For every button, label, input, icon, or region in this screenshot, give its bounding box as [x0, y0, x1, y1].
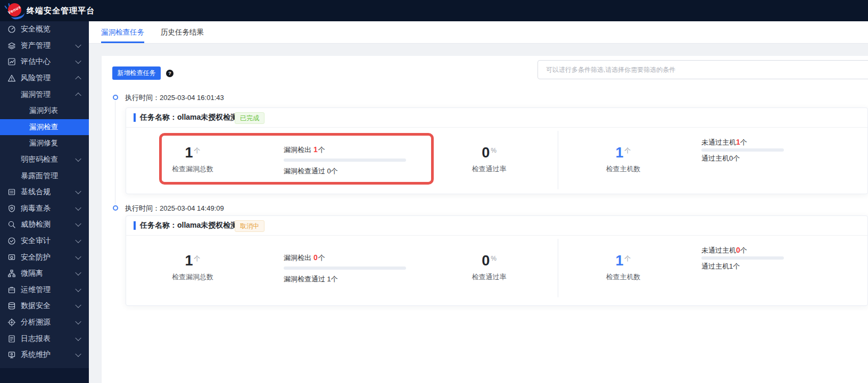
app-title: 终端安全管理平台 [27, 0, 95, 21]
chevron-down-icon [75, 205, 81, 211]
timeline-connector [115, 101, 115, 204]
sidebar-item-asset-mgmt[interactable]: 资产管理 [0, 38, 89, 54]
layers-icon [7, 41, 16, 50]
stat-vuln-total: 1个 检查漏洞总数 [158, 216, 227, 305]
crosshair-icon [7, 318, 16, 327]
sidebar-item-vuln-check[interactable]: 漏洞检查 [0, 119, 89, 136]
chevron-down-icon [75, 156, 81, 162]
tab-bar: 漏洞检查任务 历史任务结果 [89, 21, 868, 44]
sidebar-item-threat-detect[interactable]: 威胁检测 [0, 217, 89, 233]
exec-time-label: 执行时间：2025-03-04 14:49:09 [125, 204, 224, 213]
sidebar-item-assess-center[interactable]: 评估中心 [0, 54, 89, 70]
sidebar-item-system-maintenance[interactable]: 系统维护 [0, 347, 89, 363]
chevron-up-icon [75, 93, 81, 98]
report-icon [7, 335, 16, 343]
database-icon [7, 302, 16, 310]
progress-bar [701, 148, 784, 152]
sidebar-item-data-security[interactable]: 数据安全 [0, 298, 89, 314]
sidebar-item-vuln-list[interactable]: 漏洞列表 [0, 103, 89, 119]
stat-host-count: 1个 检查主机数 [586, 216, 660, 305]
vertical-divider [558, 131, 558, 189]
title-accent-bar [134, 221, 136, 230]
sidebar-item-virus-scan[interactable]: 病毒查杀 [0, 201, 89, 217]
chevron-down-icon [75, 58, 81, 64]
annotation-highlight-box [159, 133, 434, 185]
exec-time-label: 执行时间：2025-03-04 16:01:43 [125, 93, 224, 103]
chart-icon [7, 57, 16, 66]
task-card: 任务名称：ollama未授权检测 取消中 1个 检查漏洞总数 漏洞检出0个 漏洞… [126, 215, 868, 306]
timeline-dot [113, 95, 118, 100]
header-bar: Venus 终端安全管理平台 [0, 0, 868, 21]
sidebar-item-micro-segmentation[interactable]: 微隔离 [0, 265, 89, 282]
stat-pass-rate: 0% 检查通过率 [452, 108, 526, 194]
sidebar-item-log-report[interactable]: 日志报表 [0, 330, 89, 347]
stat-host-count: 1个 检查主机数 [586, 108, 660, 194]
sidebar-item-vuln-fix[interactable]: 漏洞修复 [0, 135, 89, 152]
sidebar-item-analysis-trace[interactable]: 分析溯源 [0, 314, 89, 331]
sidebar: 安全概览 资产管理 评估中心 风险管理 漏洞管理 漏洞列表 漏洞检查 漏洞修复 … [0, 21, 89, 368]
tab-history-results[interactable]: 历史任务结果 [161, 21, 204, 43]
stat-vuln-detect-group: 漏洞检出0个 漏洞检查通过 1个 [284, 216, 406, 305]
status-badge: 取消中 [235, 220, 264, 232]
chevron-down-icon [75, 237, 81, 243]
tab-vuln-check-tasks[interactable]: 漏洞检查任务 [101, 21, 144, 43]
sidebar-item-risk-mgmt[interactable]: 风险管理 [0, 70, 89, 87]
chevron-down-icon [75, 319, 81, 324]
sidebar-item-weak-password-check[interactable]: 弱密码检查 [0, 152, 89, 168]
stat-host-pass-group: 未通过主机0个 通过主机1个 [701, 216, 784, 305]
baseline-icon [7, 188, 16, 196]
chevron-up-icon [75, 76, 81, 82]
virus-shield-icon [7, 204, 16, 213]
chevron-down-icon [75, 302, 81, 308]
sidebar-item-security-audit[interactable]: 安全审计 [0, 233, 89, 249]
progress-bar [701, 256, 784, 260]
shield-check-icon [7, 237, 16, 245]
chevron-down-icon [75, 188, 81, 194]
detect-count: 0 [313, 253, 318, 262]
chevron-down-icon [75, 270, 81, 276]
sidebar-item-security-protect[interactable]: 安全防护 [0, 249, 89, 265]
timeline-dot [113, 205, 118, 211]
sidebar-item-baseline-compliance[interactable]: 基线合规 [0, 184, 89, 201]
app-logo-icon: Venus [4, 2, 24, 19]
monitor-shield-icon [7, 253, 16, 262]
chevron-down-icon [75, 221, 81, 227]
system-icon [7, 351, 16, 359]
sidebar-item-exposure-mgmt[interactable]: 暴露面管理 [0, 168, 89, 184]
host-fail-count: 0 [736, 246, 740, 254]
chevron-down-icon [75, 335, 81, 340]
help-icon[interactable]: ? [166, 70, 173, 77]
progress-bar [284, 267, 406, 270]
title-accent-bar [134, 113, 136, 122]
stat-pass-rate: 0% 检查通过率 [452, 216, 526, 305]
gauge-icon [7, 25, 16, 34]
chevron-down-icon [75, 253, 81, 259]
sidebar-item-ops-mgmt[interactable]: 运维管理 [0, 282, 89, 298]
sidebar-footer[interactable] [0, 368, 89, 383]
search-icon [7, 220, 16, 229]
warning-icon [7, 74, 16, 82]
status-badge: 已完成 [235, 112, 264, 124]
add-check-task-button[interactable]: 新增检查任务 [112, 66, 161, 80]
ops-icon [7, 286, 16, 294]
sidebar-item-vuln-mgmt[interactable]: 漏洞管理 [0, 86, 89, 103]
chevron-down-icon [75, 42, 81, 48]
filter-input[interactable] [538, 60, 868, 79]
vertical-divider [558, 239, 558, 297]
chevron-down-icon [75, 351, 81, 357]
network-icon [7, 269, 16, 278]
stat-host-pass-group: 未通过主机1个 通过主机0个 [701, 108, 784, 194]
sidebar-item-security-overview[interactable]: 安全概览 [0, 21, 89, 38]
chevron-down-icon [75, 286, 81, 292]
host-fail-count: 1 [736, 138, 740, 146]
